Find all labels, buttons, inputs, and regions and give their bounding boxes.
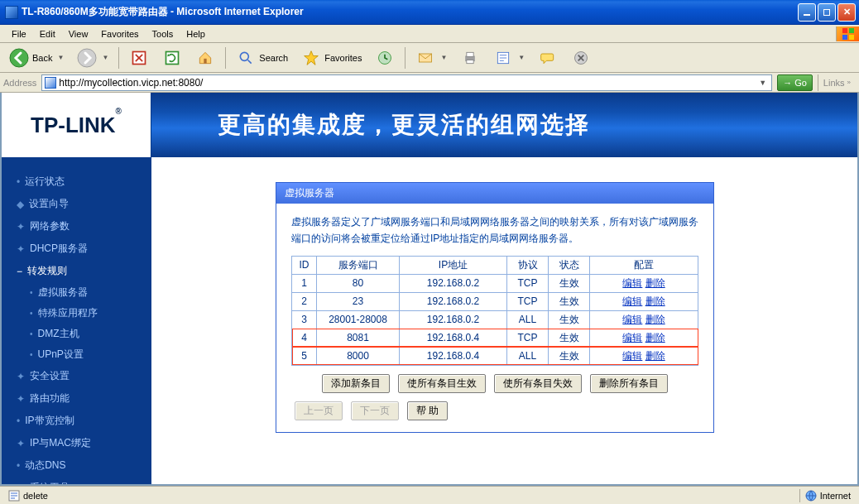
disable-all-button[interactable]: 使所有条目失效 <box>494 374 582 393</box>
svg-rect-7 <box>166 51 179 64</box>
links-button[interactable]: Links» <box>818 74 856 91</box>
research-button[interactable] <box>565 45 597 71</box>
next-page-button[interactable]: 下一页 <box>351 401 399 420</box>
edit-link[interactable]: 编辑 <box>622 350 642 362</box>
add-entry-button[interactable]: 添加新条目 <box>322 374 390 393</box>
refresh-button[interactable] <box>156 45 188 71</box>
stop-button[interactable] <box>123 45 155 71</box>
enable-all-button[interactable]: 使所有条目生效 <box>398 374 486 393</box>
prev-page-button[interactable]: 上一页 <box>295 401 343 420</box>
edit-dropdown-button[interactable]: ▼ <box>487 45 530 71</box>
delete-link[interactable]: 删除 <box>645 314 665 325</box>
menu-bar: File Edit View Favorites Tools Help <box>0 25 859 43</box>
cell-id: 5 <box>292 347 317 365</box>
panel-description: 虚拟服务器定义了广域网服务端口和局域网网络服务器之间的映射关系，所有对该广域网服… <box>291 214 698 247</box>
cell-port: 23 <box>317 292 400 310</box>
globe-icon <box>805 490 817 502</box>
home-button[interactable] <box>190 45 221 71</box>
sidebar-sub-upnp[interactable]: •UPnP设置 <box>2 344 151 365</box>
cell-proto: ALL <box>507 347 549 365</box>
back-icon <box>9 48 29 68</box>
virtual-server-panel: 虚拟服务器 虚拟服务器定义了广域网服务端口和局域网网络服务器之间的映射关系，所有… <box>276 182 714 433</box>
sidebar-item-dhcp[interactable]: ✦DHCP服务器 <box>2 238 151 260</box>
svg-point-9 <box>241 52 249 60</box>
search-button[interactable]: Search <box>230 45 294 71</box>
cell-id: 1 <box>292 274 317 292</box>
sidebar-item-routing[interactable]: ✦路由功能 <box>2 387 151 410</box>
sidebar-item-system[interactable]: ✦系统工具 <box>2 477 151 486</box>
url-text: http://mycollection.vicp.net:8080/ <box>59 77 203 89</box>
banner: 更高的集成度，更灵活的组网选择 <box>151 93 857 157</box>
history-button[interactable] <box>369 45 401 71</box>
sidebar-item-security[interactable]: ✦安全设置 <box>2 365 151 387</box>
cell-proto: TCP <box>507 329 549 347</box>
go-button[interactable]: →Go <box>777 74 813 91</box>
svg-rect-0 <box>842 28 847 33</box>
status-zone: Internet <box>800 490 856 502</box>
svg-rect-8 <box>204 58 207 63</box>
cell-status: 生效 <box>549 329 590 347</box>
sidebar-item-bandwidth[interactable]: •IP带宽控制 <box>2 410 151 432</box>
print-button[interactable] <box>454 45 486 71</box>
mail-button[interactable]: ▼ <box>410 45 453 71</box>
sidebar-sub-special-app[interactable]: •特殊应用程序 <box>2 303 151 324</box>
back-button[interactable]: Back ▼ <box>3 45 70 71</box>
menu-view[interactable]: View <box>62 27 95 41</box>
windows-flag-icon <box>836 26 859 41</box>
delete-all-button[interactable]: 删除所有条目 <box>590 374 668 393</box>
table-row: 180192.168.0.2TCP生效编辑 删除 <box>292 274 698 292</box>
svg-point-4 <box>10 49 28 67</box>
virtual-server-table: ID 服务端口 IP地址 协议 状态 配置 180192.168.0.2TCP生… <box>291 256 698 366</box>
svg-rect-1 <box>849 28 854 33</box>
delete-link[interactable]: 删除 <box>645 332 665 343</box>
delete-link[interactable]: 删除 <box>645 295 665 307</box>
cell-config: 编辑 删除 <box>590 274 698 292</box>
history-icon <box>375 48 395 68</box>
cell-config: 编辑 删除 <box>590 310 698 329</box>
address-dropdown-icon[interactable]: ▼ <box>756 79 769 87</box>
discuss-button[interactable] <box>532 45 564 71</box>
delete-link[interactable]: 删除 <box>645 277 665 289</box>
col-status: 状态 <box>549 256 590 274</box>
edit-link[interactable]: 编辑 <box>622 295 642 307</box>
edit-link[interactable]: 编辑 <box>622 314 642 325</box>
forward-button[interactable]: ▼ <box>71 45 114 71</box>
sidebar-sub-dmz[interactable]: •DMZ主机 <box>2 324 151 344</box>
tp-link-logo: TP-LINK® <box>31 113 122 138</box>
sidebar-item-wizard[interactable]: ◆设置向导 <box>2 193 151 215</box>
edit-link[interactable]: 编辑 <box>622 277 642 289</box>
minimize-button[interactable] <box>798 3 816 22</box>
sidebar-item-ddns[interactable]: •动态DNS <box>2 454 151 477</box>
sidebar-item-forwarding[interactable]: −转发规则 <box>2 260 151 282</box>
menu-file[interactable]: File <box>5 27 33 41</box>
table-row: 223192.168.0.2TCP生效编辑 删除 <box>292 292 698 310</box>
table-row: 58000192.168.0.4ALL生效编辑 删除 <box>292 347 698 365</box>
menu-edit[interactable]: Edit <box>33 27 62 41</box>
sidebar-item-status[interactable]: •运行状态 <box>2 170 151 193</box>
favorites-button[interactable]: Favorites <box>295 45 367 71</box>
svg-rect-13 <box>467 52 473 56</box>
sidebar-item-network[interactable]: ✦网络参数 <box>2 215 151 238</box>
col-config: 配置 <box>590 256 698 274</box>
menu-tools[interactable]: Tools <box>146 27 180 41</box>
help-button[interactable]: 帮 助 <box>407 401 448 420</box>
svg-rect-2 <box>842 35 847 40</box>
research-icon <box>571 48 591 68</box>
maximize-button[interactable] <box>818 3 836 22</box>
col-proto: 协议 <box>507 256 549 274</box>
search-label: Search <box>259 53 288 63</box>
edit-link[interactable]: 编辑 <box>622 332 642 343</box>
status-left: delete <box>3 490 53 502</box>
back-dropdown-icon[interactable]: ▼ <box>55 54 64 61</box>
delete-link[interactable]: 删除 <box>645 350 665 362</box>
menu-favorites[interactable]: Favorites <box>94 27 145 41</box>
sidebar-item-ipmac[interactable]: ✦IP与MAC绑定 <box>2 432 151 454</box>
menu-help[interactable]: Help <box>180 27 212 41</box>
address-input[interactable]: http://mycollection.vicp.net:8080/ ▼ <box>41 74 772 91</box>
svg-point-5 <box>78 49 96 67</box>
forward-dropdown-icon[interactable]: ▼ <box>100 54 108 61</box>
toolbar: Back ▼ ▼ Search Favorites ▼ ▼ <box>0 43 859 73</box>
discuss-icon <box>538 48 558 68</box>
close-button[interactable]: ✕ <box>837 3 856 22</box>
sidebar-sub-virtual-server[interactable]: •虚拟服务器 <box>2 282 151 303</box>
